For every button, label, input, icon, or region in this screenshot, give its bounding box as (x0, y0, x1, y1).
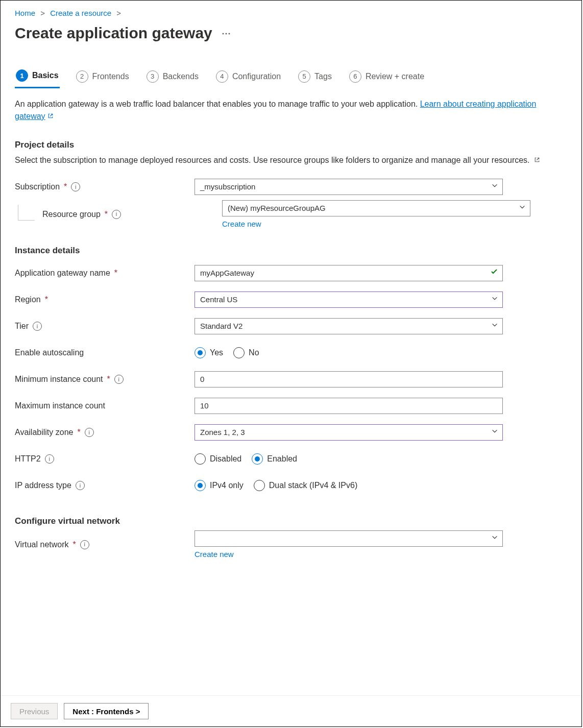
tab-number-icon: 4 (216, 70, 228, 83)
chevron-down-icon (491, 531, 498, 546)
info-icon[interactable]: i (114, 375, 124, 384)
external-link-icon (534, 157, 540, 163)
breadcrumb-home[interactable]: Home (15, 9, 35, 17)
chevron-down-icon (491, 179, 498, 195)
tab-review-create[interactable]: 6 Review + create (348, 66, 425, 88)
create-new-vnet-link[interactable]: Create new (195, 550, 503, 559)
intro-text: An application gateway is a web traffic … (15, 98, 567, 123)
availability-zone-dropdown[interactable]: Zones 1, 2, 3 (195, 424, 503, 441)
dropdown-value: Central US (200, 295, 237, 304)
label-virtual-network: Virtual network* i (15, 540, 195, 549)
chevron-down-icon (491, 319, 498, 334)
tab-label: Tags (314, 72, 332, 81)
previous-button: Previous (11, 703, 58, 719)
page-title: Create application gateway ⋯ (15, 25, 567, 42)
label-tier: Tier i (15, 322, 195, 331)
radio-label: Yes (210, 348, 223, 357)
input-value: 0 (200, 375, 204, 383)
info-icon[interactable]: i (45, 454, 54, 464)
info-icon[interactable]: i (76, 481, 85, 490)
info-icon[interactable]: i (71, 182, 80, 191)
breadcrumb-create-resource[interactable]: Create a resource (50, 9, 111, 17)
http2-enabled-radio[interactable]: Enabled (252, 453, 297, 465)
external-link-icon (47, 113, 54, 119)
tab-label: Basics (32, 71, 59, 80)
tab-number-icon: 3 (147, 70, 159, 83)
max-instance-input[interactable]: 10 (195, 398, 503, 414)
create-new-rg-link[interactable]: Create new (222, 220, 530, 228)
virtual-network-dropdown[interactable] (195, 530, 503, 547)
label-availability-zone: Availability zone* i (15, 428, 195, 437)
ipv4-only-radio[interactable]: IPv4 only (195, 480, 244, 491)
region-dropdown[interactable]: Central US (195, 292, 503, 308)
chevron-down-icon (491, 292, 498, 307)
section-configure-vnet: Configure virtual network (15, 516, 567, 526)
radio-label: No (249, 348, 259, 357)
tree-connector-icon (18, 205, 35, 221)
checkmark-icon (490, 265, 498, 281)
chevron-right-icon: > (116, 9, 121, 17)
tab-number-icon: 5 (298, 70, 310, 83)
tab-number-icon: 6 (349, 70, 361, 83)
app-gateway-name-input[interactable]: myAppGateway (195, 265, 503, 281)
dropdown-value: Zones 1, 2, 3 (200, 428, 245, 436)
project-details-desc: Select the subscription to manage deploy… (15, 154, 567, 166)
autoscaling-yes-radio[interactable]: Yes (195, 347, 223, 358)
http2-disabled-radio[interactable]: Disabled (195, 453, 241, 465)
info-icon[interactable]: i (112, 210, 121, 219)
section-project-details: Project details (15, 140, 567, 150)
chevron-down-icon (519, 201, 526, 216)
chevron-down-icon (491, 425, 498, 440)
tab-basics[interactable]: 1 Basics (15, 66, 60, 88)
tier-dropdown[interactable]: Standard V2 (195, 318, 503, 334)
subscription-dropdown[interactable]: _mysubscription (195, 179, 503, 195)
label-min-instance: Minimum instance count* i (15, 375, 195, 384)
dual-stack-radio[interactable]: Dual stack (IPv4 & IPv6) (254, 480, 357, 491)
wizard-footer: Previous Next : Frontends > (1, 695, 581, 726)
label-subscription: Subscription* i (15, 182, 195, 191)
tab-configuration[interactable]: 4 Configuration (215, 66, 282, 88)
input-value: 10 (200, 401, 209, 410)
label-app-gateway-name: Application gateway name* (15, 269, 195, 278)
dropdown-value: _mysubscription (200, 182, 255, 191)
tab-number-icon: 2 (76, 70, 88, 83)
tab-backends[interactable]: 3 Backends (145, 66, 200, 88)
info-icon[interactable]: i (85, 428, 94, 437)
label-region: Region* (15, 295, 195, 304)
tab-label: Configuration (232, 72, 281, 81)
min-instance-input[interactable]: 0 (195, 371, 503, 387)
label-resource-group: Resource group* i (15, 210, 222, 219)
wizard-tabs: 1 Basics 2 Frontends 3 Backends 4 Config… (15, 66, 567, 89)
input-value: myAppGateway (200, 269, 254, 277)
label-enable-autoscaling: Enable autoscaling (15, 348, 195, 357)
autoscaling-no-radio[interactable]: No (233, 347, 259, 358)
label-ip-address-type: IP address type i (15, 481, 195, 490)
label-max-instance: Maximum instance count (15, 401, 195, 410)
more-icon[interactable]: ⋯ (222, 28, 232, 39)
intro-body: An application gateway is a web traffic … (15, 100, 420, 108)
tab-frontends[interactable]: 2 Frontends (75, 66, 130, 88)
tab-number-icon: 1 (16, 69, 28, 82)
label-http2: HTTP2 i (15, 454, 195, 464)
dropdown-value: (New) myResourceGroupAG (228, 204, 326, 212)
tab-label: Review + create (366, 72, 424, 81)
resource-group-dropdown[interactable]: (New) myResourceGroupAG (222, 200, 530, 216)
radio-label: IPv4 only (210, 481, 244, 490)
breadcrumb: Home > Create a resource > (15, 7, 567, 22)
info-icon[interactable]: i (80, 540, 89, 549)
dropdown-value: Standard V2 (200, 322, 242, 330)
radio-label: Dual stack (IPv4 & IPv6) (269, 481, 357, 490)
tab-tags[interactable]: 5 Tags (297, 66, 333, 88)
page-title-text: Create application gateway (15, 25, 212, 42)
radio-label: Enabled (267, 454, 297, 464)
radio-label: Disabled (210, 454, 241, 464)
chevron-right-icon: > (40, 9, 45, 17)
section-instance-details: Instance details (15, 246, 567, 256)
info-icon[interactable]: i (33, 322, 42, 331)
next-button[interactable]: Next : Frontends > (64, 703, 149, 719)
tab-label: Backends (163, 72, 199, 81)
tab-label: Frontends (92, 72, 129, 81)
